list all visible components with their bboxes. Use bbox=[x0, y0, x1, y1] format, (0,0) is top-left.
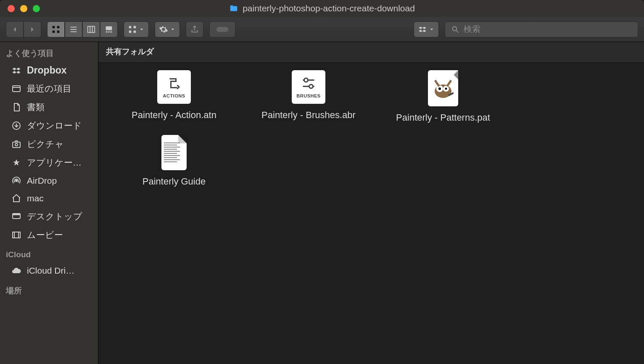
search-icon bbox=[451, 25, 459, 34]
tags-button[interactable] bbox=[209, 21, 235, 37]
sidebar-section-icloud: iCloud bbox=[0, 244, 98, 262]
sidebar-item-label: mac bbox=[27, 193, 44, 203]
file-item[interactable]: ACTIONS Painterly - Action.atn bbox=[107, 70, 241, 123]
svg-rect-13 bbox=[111, 31, 112, 32]
file-badge: ACTIONS bbox=[163, 93, 185, 98]
svg-rect-12 bbox=[108, 31, 110, 32]
file-label: Painterly - Patterns.pat bbox=[396, 112, 490, 123]
sidebar-item-recent[interactable]: 最近の項目 bbox=[0, 79, 98, 98]
sidebar-item-label: 最近の項目 bbox=[27, 83, 71, 95]
sidebar-item-documents[interactable]: 書類 bbox=[0, 98, 98, 116]
svg-rect-2 bbox=[53, 30, 55, 33]
chevron-down-icon bbox=[429, 25, 435, 34]
toolbar bbox=[0, 17, 644, 42]
dropbox-menu-button[interactable] bbox=[414, 21, 439, 37]
sidebar-item-downloads[interactable]: ダウンロード bbox=[0, 116, 98, 135]
apps-icon bbox=[11, 157, 22, 168]
window-title-text: painterly-photoshop-action-create-downlo… bbox=[243, 3, 415, 13]
file-grid: ACTIONS Painterly - Action.atn BRUSHES P… bbox=[98, 62, 644, 364]
svg-rect-17 bbox=[134, 30, 136, 33]
camera-icon bbox=[11, 139, 22, 150]
close-window[interactable] bbox=[8, 5, 15, 12]
minimize-window[interactable] bbox=[20, 5, 27, 12]
gallery-view-button[interactable] bbox=[100, 21, 118, 37]
column-view-button[interactable] bbox=[82, 21, 100, 37]
file-item[interactable]: Painterly Guide bbox=[107, 135, 241, 187]
svg-rect-14 bbox=[129, 26, 132, 28]
sidebar-item-label: ムービー bbox=[27, 229, 63, 241]
file-item[interactable]: BRUSHES Painterly - Brushes.abr bbox=[241, 70, 376, 123]
sidebar-item-icloud-drive[interactable]: iCloud Dri… bbox=[0, 262, 98, 280]
share-icon bbox=[190, 25, 199, 34]
home-icon bbox=[11, 193, 22, 204]
file-icon bbox=[161, 135, 187, 170]
share-button[interactable] bbox=[186, 21, 203, 37]
cloud-icon bbox=[11, 265, 22, 276]
svg-rect-28 bbox=[13, 232, 20, 238]
sidebar-item-home[interactable]: mac bbox=[0, 190, 98, 207]
sidebar-item-label: iCloud Dri… bbox=[27, 266, 74, 276]
brushes-icon bbox=[301, 76, 316, 91]
sidebar-item-applications[interactable]: アプリケー… bbox=[0, 153, 98, 172]
svg-rect-10 bbox=[106, 26, 112, 30]
sidebar-item-movies[interactable]: ムービー bbox=[0, 226, 98, 244]
svg-rect-3 bbox=[57, 30, 60, 33]
svg-point-34 bbox=[309, 84, 313, 88]
nav-group bbox=[6, 21, 41, 37]
svg-point-37 bbox=[438, 87, 441, 90]
back-button[interactable] bbox=[6, 21, 24, 37]
svg-line-19 bbox=[457, 30, 459, 32]
svg-rect-20 bbox=[13, 86, 20, 92]
recent-icon bbox=[11, 83, 22, 94]
file-icon: ACTIONS bbox=[157, 70, 191, 104]
maximize-window[interactable] bbox=[33, 5, 40, 12]
folder-header: 共有フォルダ bbox=[98, 42, 644, 62]
titlebar: painterly-photoshop-action-create-downlo… bbox=[0, 0, 644, 17]
sidebar-item-airdrop[interactable]: AirDrop bbox=[0, 172, 98, 190]
chevron-down-icon bbox=[170, 25, 176, 34]
list-view-button[interactable] bbox=[65, 21, 82, 37]
file-label: Painterly - Action.atn bbox=[132, 110, 216, 121]
sidebar-item-pictures[interactable]: ピクチャ bbox=[0, 135, 98, 153]
search-field[interactable] bbox=[445, 21, 638, 37]
sidebar-item-label: デスクトップ bbox=[27, 211, 82, 222]
window-title: painterly-photoshop-action-create-downlo… bbox=[0, 3, 644, 13]
file-label: Painterly Guide bbox=[143, 176, 206, 187]
sidebar-item-desktop[interactable]: デスクトップ bbox=[0, 207, 98, 226]
dropbox-icon bbox=[418, 25, 427, 34]
file-label: Painterly - Brushes.abr bbox=[261, 110, 356, 121]
svg-point-33 bbox=[304, 78, 308, 82]
downloads-icon bbox=[11, 120, 22, 131]
document-lines-icon bbox=[164, 142, 184, 162]
documents-icon bbox=[11, 102, 22, 113]
grid-icon bbox=[128, 25, 137, 34]
search-input[interactable] bbox=[464, 24, 632, 34]
share-group bbox=[186, 21, 203, 37]
sidebar: よく使う項目 Dropbox 最近の項目 書類 ダウンロード ピクチャ アプリケ… bbox=[0, 42, 98, 364]
sidebar-section-locations: 場所 bbox=[0, 280, 98, 299]
sidebar-item-label: ダウンロード bbox=[27, 120, 82, 132]
chevron-down-icon bbox=[139, 25, 145, 34]
groupby-button[interactable] bbox=[124, 21, 149, 37]
tags-group bbox=[209, 21, 235, 37]
sidebar-item-dropbox[interactable]: Dropbox bbox=[0, 61, 98, 79]
actions-icon bbox=[166, 76, 182, 91]
view-group bbox=[47, 21, 118, 37]
forward-button[interactable] bbox=[24, 21, 41, 37]
file-item[interactable]: Painterly - Patterns.pat bbox=[376, 70, 510, 123]
file-icon: BRUSHES bbox=[292, 70, 325, 104]
svg-rect-0 bbox=[53, 26, 55, 28]
sidebar-item-label: アプリケー… bbox=[27, 157, 82, 169]
dropbox-group bbox=[414, 21, 439, 37]
groupby-group bbox=[124, 21, 149, 37]
action-menu-button[interactable] bbox=[155, 21, 180, 37]
svg-rect-11 bbox=[106, 31, 108, 32]
file-icon bbox=[428, 70, 458, 106]
sidebar-item-label: 書類 bbox=[27, 101, 45, 113]
svg-rect-16 bbox=[129, 30, 132, 33]
icon-view-button[interactable] bbox=[47, 21, 65, 37]
svg-point-24 bbox=[15, 143, 18, 146]
sidebar-item-label: AirDrop bbox=[27, 176, 57, 186]
action-group bbox=[155, 21, 180, 37]
gear-icon bbox=[159, 25, 168, 34]
